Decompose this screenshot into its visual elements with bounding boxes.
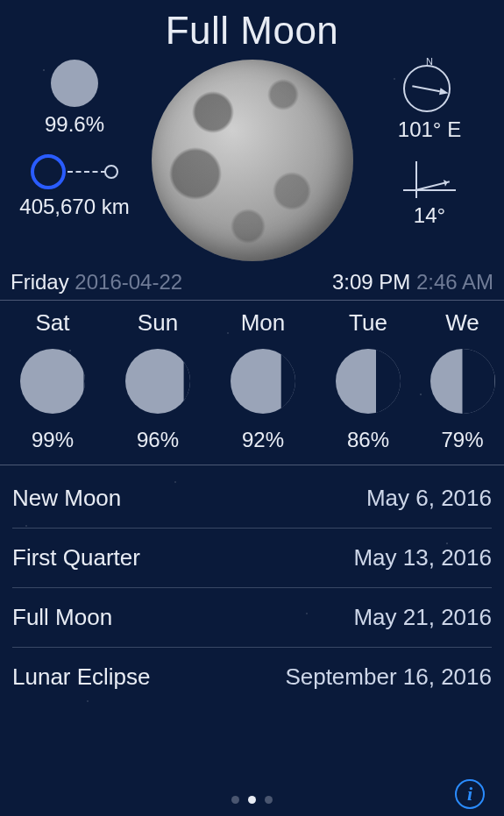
forecast-day[interactable]: Sat99%: [0, 309, 105, 452]
event-name: New Moon: [12, 485, 121, 512]
moon-phase-icon: [51, 60, 98, 107]
forecast-day[interactable]: Mon92%: [210, 309, 316, 452]
forecast-day-percent: 99%: [32, 428, 74, 452]
forecast-phase-icon: [20, 349, 85, 414]
forecast-phase-icon: [336, 349, 401, 414]
distance-value: 405,670 km: [19, 195, 129, 219]
moon-image-wrap[interactable]: [131, 60, 373, 261]
event-row[interactable]: First QuarterMay 13, 2016: [12, 529, 492, 588]
forecast-day-label: Sun: [138, 309, 178, 337]
pager-dot[interactable]: [265, 796, 273, 804]
left-stats: 99.6% 405,670 km: [18, 60, 131, 237]
pager-dot[interactable]: [248, 796, 256, 804]
right-stats: N 101° E 14°: [373, 60, 486, 245]
forecast-phase-icon: [125, 349, 190, 414]
forecast-day-label: Mon: [241, 309, 286, 337]
svg-marker-1: [439, 88, 449, 96]
altitude-block[interactable]: 14°: [403, 160, 456, 228]
event-date: May 6, 2016: [366, 485, 492, 512]
event-name: First Quarter: [12, 544, 140, 571]
altitude-icon: [403, 160, 456, 198]
azimuth-value: 101° E: [398, 117, 461, 142]
forecast-strip[interactable]: Sat99%Sun96%Mon92%Tue86%We79%: [0, 301, 504, 465]
forecast-day[interactable]: Tue86%: [316, 309, 421, 452]
svg-line-0: [412, 86, 439, 91]
date-value: 2016-04-22: [75, 270, 182, 294]
forecast-phase-icon: [231, 349, 295, 414]
forecast-day-percent: 86%: [347, 428, 389, 452]
forecast-day-label: Sat: [35, 309, 69, 337]
azimuth-block[interactable]: N 101° E: [398, 60, 461, 142]
forecast-day-percent: 79%: [441, 428, 483, 452]
distance-block[interactable]: 405,670 km: [19, 154, 129, 219]
distance-icon: [31, 154, 118, 189]
illumination-value: 99.6%: [45, 112, 104, 137]
forecast-day-percent: 92%: [242, 428, 284, 452]
event-row[interactable]: Full MoonMay 21, 2016: [12, 588, 492, 648]
event-name: Full Moon: [12, 604, 112, 631]
event-row[interactable]: New MoonMay 6, 2016: [12, 469, 492, 529]
page-indicator[interactable]: [0, 796, 504, 804]
current-time: 3:09 PM: [332, 270, 410, 294]
forecast-day-label: Tue: [349, 309, 387, 337]
forecast-day-percent: 96%: [137, 428, 179, 452]
altitude-value: 14°: [414, 203, 445, 228]
info-button[interactable]: i: [455, 779, 485, 809]
timebar-right: 3:09 PM 2:46 AM: [332, 270, 493, 294]
event-date: May 13, 2016: [353, 544, 492, 571]
forecast-phase-icon: [430, 349, 495, 414]
pager-dot[interactable]: [231, 796, 239, 804]
moon-image: [152, 60, 353, 261]
event-date: September 16, 2016: [285, 663, 492, 691]
compass-icon: N: [403, 60, 456, 112]
illumination-block[interactable]: 99.6%: [45, 60, 104, 137]
hero-section: 99.6% 405,670 km N 101° E 1: [0, 53, 504, 261]
timebar-left: Friday 2016-04-22: [11, 270, 182, 294]
forecast-day[interactable]: We79%: [421, 309, 504, 452]
forecast-day-label: We: [445, 309, 479, 337]
phase-title: Full Moon: [0, 0, 504, 53]
event-name: Lunar Eclipse: [12, 663, 151, 691]
moonrise-time: 2:46 AM: [416, 270, 493, 294]
forecast-day[interactable]: Sun96%: [105, 309, 210, 452]
events-list: New MoonMay 6, 2016First QuarterMay 13, …: [0, 465, 504, 706]
event-row[interactable]: Lunar EclipseSeptember 16, 2016: [12, 648, 492, 706]
day-name: Friday: [11, 270, 69, 294]
event-date: May 21, 2016: [353, 604, 492, 631]
time-bar[interactable]: Friday 2016-04-22 3:09 PM 2:46 AM: [0, 261, 504, 300]
